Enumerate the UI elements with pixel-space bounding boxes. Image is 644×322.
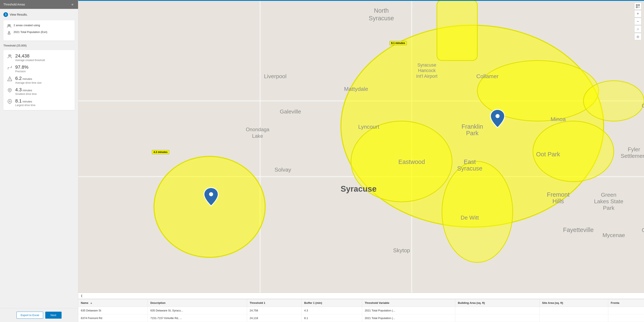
sidebar-content: 3 View Results. 2 areas created using 20… <box>0 9 78 308</box>
population-label: 2021 Total Population (Esri) <box>14 30 47 34</box>
svg-text:Fyler: Fyler <box>628 146 640 153</box>
map-container[interactable]: North Syracuse Liverpool Mattydale Colla… <box>78 0 644 293</box>
svg-text:Syracuse: Syracuse <box>418 63 436 68</box>
avg-drive-time-label: Average drive time size <box>15 81 42 84</box>
cell-tvar-0: 2021 Total Population (... <box>362 307 455 315</box>
svg-rect-70 <box>638 7 639 8</box>
col-name[interactable]: Name ▲ <box>78 299 148 307</box>
cell-name-0: 635 Delaware St <box>78 307 148 315</box>
home-button[interactable]: ⌂ <box>634 25 642 32</box>
precision-label: Precision <box>15 70 28 73</box>
collapse-button[interactable]: « <box>70 2 75 7</box>
svg-rect-69 <box>639 6 640 7</box>
table-row: 635 Delaware St 635 Delaware St, Syracu.… <box>78 307 644 315</box>
location-button[interactable]: ◎ <box>634 33 642 40</box>
largest-drive-text: 8.1 minutes Largest drive time <box>15 98 35 107</box>
map-label-small-text: 4.3 minutes <box>152 150 169 154</box>
svg-point-0 <box>8 24 9 26</box>
map-label-small: 4.3 minutes <box>152 150 169 154</box>
svg-text:Mattydale: Mattydale <box>344 86 368 92</box>
zoom-in-button[interactable]: + <box>634 10 642 17</box>
cell-bldg-1 <box>455 315 540 322</box>
step-circle: 3 <box>4 12 8 17</box>
avg-threshold-value: 24,438 <box>15 53 45 58</box>
zoom-out-button[interactable]: − <box>634 18 642 25</box>
map-svg: North Syracuse Liverpool Mattydale Colla… <box>78 0 644 293</box>
smallest-drive-text: 4.3 minutes Smallest drive time <box>15 87 36 96</box>
avg-threshold-text: 24,438 Average created threshold <box>15 53 45 62</box>
cell-site-0 <box>540 307 608 315</box>
cell-front-0 <box>608 307 644 315</box>
svg-text:Syracuse: Syracuse <box>369 15 394 21</box>
cell-name-1: 6374 Fremont Rd <box>78 315 148 322</box>
svg-text:Int'l Airport: Int'l Airport <box>416 74 438 79</box>
svg-text:Green: Green <box>601 192 616 198</box>
svg-rect-67 <box>636 7 637 7</box>
col-description[interactable]: Description <box>148 299 247 307</box>
svg-text:Lake: Lake <box>252 133 263 139</box>
export-to-excel-button[interactable]: Export to Excel <box>16 312 43 319</box>
col-site-area[interactable]: Site Area (sq. ft) <box>540 299 608 307</box>
stat-avg-threshold: 24,438 Average created threshold <box>7 53 71 62</box>
stat-largest-drive: 8.1 minutes Largest drive time <box>7 98 71 107</box>
svg-rect-71 <box>639 7 640 8</box>
stat-grid: 24,438 Average created threshold 97.8% <box>7 53 71 107</box>
col-building-area[interactable]: Building Area (sq. ft) <box>455 299 540 307</box>
svg-text:Minoa: Minoa <box>551 116 566 122</box>
svg-text:Chittenango: Chittenango <box>642 227 644 233</box>
col-threshold-var[interactable]: Threshold Variable <box>362 299 455 307</box>
step-label: 3 View Results. <box>4 12 75 17</box>
svg-rect-63 <box>636 5 637 5</box>
svg-point-10 <box>9 101 10 102</box>
svg-point-1 <box>9 24 10 26</box>
svg-text:Lakes State: Lakes State <box>594 198 624 204</box>
cell-desc-0: 635 Delaware St, Syracu... <box>148 307 247 315</box>
svg-text:East: East <box>464 159 476 165</box>
table-toggle-button[interactable]: ⟪ <box>78 293 644 299</box>
svg-text:Onondaga: Onondaga <box>246 127 270 132</box>
stat-avg-drive-time: 6.2 minutes Average drive time size <box>7 76 71 84</box>
stats-card: 24,438 Average created threshold 97.8% <box>4 50 75 110</box>
largest-drive-value: 8.1 minutes <box>15 98 35 104</box>
areas-created-row: 2 areas created using <box>7 24 71 28</box>
col-buffer1[interactable]: Buffer 1 (min) <box>302 299 362 307</box>
svg-text:Mycenae: Mycenae <box>602 232 625 238</box>
cell-bldg-0 <box>455 307 540 315</box>
svg-point-4 <box>8 55 10 56</box>
avg-drive-time-text: 6.2 minutes Average drive time size <box>15 76 42 84</box>
table-header-row: Name ▲ Description Threshold 1 Buffer 1 … <box>78 299 644 307</box>
svg-point-2 <box>8 31 10 33</box>
col-fronta[interactable]: Fronta <box>608 299 644 307</box>
svg-text:De Witt: De Witt <box>460 214 479 221</box>
col-threshold1[interactable]: Threshold 1 <box>247 299 302 307</box>
svg-point-8 <box>10 80 10 80</box>
svg-text:North: North <box>374 7 389 14</box>
areas-icon <box>7 24 12 28</box>
svg-point-3 <box>8 33 10 34</box>
cell-t1-0: 24,758 <box>247 307 302 315</box>
svg-text:Hancock: Hancock <box>418 68 436 73</box>
sidebar: Threshold Areas « 3 View Results. 2 area… <box>0 0 78 322</box>
map-label-large-text: 8.1 minutes <box>390 41 407 45</box>
avg-threshold-icon <box>7 53 13 59</box>
svg-text:Fremont: Fremont <box>547 191 570 198</box>
svg-rect-22 <box>437 0 477 61</box>
population-row: 2021 Total Population (Esri) <box>7 30 71 35</box>
svg-point-21 <box>584 81 644 121</box>
next-button[interactable]: Next <box>45 312 62 319</box>
svg-text:Chittenango: Chittenango <box>642 103 644 109</box>
avg-threshold-label: Average created threshold <box>15 59 45 62</box>
location-icon: ◎ <box>636 35 639 38</box>
stat-precision: 97.8% Precision <box>7 65 71 73</box>
svg-text:Settlement: Settlement <box>621 153 644 159</box>
smallest-drive-label: Smallest drive time <box>15 93 36 96</box>
results-table-container: Name ▲ Description Threshold 1 Buffer 1 … <box>78 299 644 322</box>
smallest-drive-value: 4.3 minutes <box>15 87 36 92</box>
qr-code-button[interactable] <box>634 2 642 10</box>
svg-text:Liverpool: Liverpool <box>264 73 287 79</box>
cell-tvar-1: 2021 Total Population (... <box>362 315 455 322</box>
svg-rect-68 <box>638 6 639 7</box>
map-toolbar: + − ⌂ ◎ <box>634 2 642 40</box>
population-icon <box>7 30 12 35</box>
svg-text:Lyncourt: Lyncourt <box>358 124 379 130</box>
